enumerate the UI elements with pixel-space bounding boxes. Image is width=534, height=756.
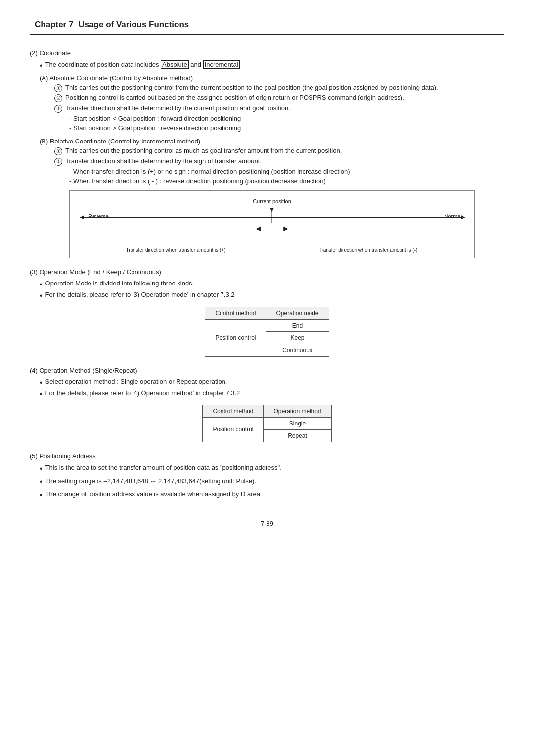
section4-title: (4) Operation Method (Single/Repeat)	[30, 367, 504, 374]
item-a3-text: Transfer direction shall be determined b…	[65, 104, 290, 112]
dash-b1: - When transfer direction is (+) or no s…	[69, 168, 504, 175]
bullet-coordinate-text: The coordinate of position data includes…	[45, 61, 240, 68]
chapter-header: Chapter 7 Usage of Various Functions	[30, 20, 504, 35]
bullet-pos-addr-1-text: This is the area to set the transfer amo…	[45, 464, 282, 471]
operation-mode-table: Control method Operation mode Position c…	[205, 307, 329, 357]
table4-method-single: Single	[264, 417, 331, 429]
transfer-labels: Transfer direction when transfer amount …	[75, 247, 469, 253]
transfer-arrow-right-icon: ►	[282, 224, 290, 233]
operation-method-table-wrapper: Control method Operation method Position…	[30, 405, 504, 442]
table4-col2-header: Operation method	[264, 405, 331, 417]
bullet-pos-addr-2-text: The setting range is –2,147,483,648 ～ 2,…	[45, 477, 256, 486]
bullet-dot-9: •	[40, 490, 43, 500]
bullet-op-mode-2-text: For the details, please refer to '3) Ope…	[45, 291, 235, 298]
section3-title: (3) Operation Mode (End / Keep / Continu…	[30, 268, 504, 276]
normal-label: Normal	[445, 213, 462, 219]
vertical-line	[272, 211, 272, 223]
page: Chapter 7 Usage of Various Functions (2)…	[0, 0, 534, 756]
num-circle-b1: ①	[54, 147, 62, 155]
bullet-op-mode-2: • For the details, please refer to '3) O…	[40, 291, 504, 300]
numbered-item-b1: ① This carries out the positioning contr…	[54, 147, 504, 155]
subsection-a: (A) Absolute Coordinate (Control by Abso…	[40, 74, 504, 132]
incremental-boxed: Incremental	[203, 60, 240, 69]
transfer-arrow-left-icon: ◄	[254, 224, 262, 233]
bullet-op-mode-1-text: Operation Mode is divided into following…	[45, 280, 194, 287]
page-number: 7-89	[30, 520, 504, 527]
operation-mode-table-wrapper: Control method Operation mode Position c…	[30, 307, 504, 357]
bullet-op-method-1: • Select operation method : Single opera…	[40, 378, 504, 387]
section-operation-mode: (3) Operation Mode (End / Keep / Continu…	[30, 268, 504, 356]
bullet-pos-addr-3-text: The change of position address value is …	[45, 490, 260, 498]
current-position-label: Current position	[253, 198, 291, 204]
table-row: Position control End	[205, 319, 329, 331]
bullet-dot-5: •	[40, 378, 43, 387]
bullet-dot-7: •	[40, 464, 43, 473]
chapter-title: Usage of Various Functions	[78, 20, 189, 30]
position-diagram: Current position ▼ ◄ ► Reverse Normal	[69, 190, 475, 258]
section-operation-method: (4) Operation Method (Single/Repeat) • S…	[30, 367, 504, 442]
bullet-dot-3: •	[40, 280, 43, 289]
table3-mode-continuous: Continuous	[266, 344, 329, 356]
table3-position-control: Position control	[205, 319, 266, 356]
num-circle-b2: ②	[54, 158, 62, 166]
bullet-op-mode-1: • Operation Mode is divided into followi…	[40, 280, 504, 289]
numbered-item-a3: ③ Transfer direction shall be determined…	[54, 104, 504, 113]
subsection-b-title: (B) Relative Coordinate (Control by Incr…	[40, 138, 504, 145]
numbered-item-a2: ② Positioning control is carried out bas…	[54, 94, 504, 102]
table4-position-control: Position control	[203, 417, 264, 442]
operation-method-table: Control method Operation method Position…	[202, 405, 331, 442]
bullet-op-method-2: • For the details, please refer to '4) O…	[40, 389, 504, 399]
num-circle-1: ①	[54, 84, 62, 92]
chapter-label: Chapter 7	[35, 20, 73, 30]
dash-a1: - Start position < Goal position : forwa…	[69, 115, 504, 122]
num-circle-2: ②	[54, 94, 62, 102]
table4-col1-header: Control method	[203, 405, 264, 417]
arrow-left-icon: ◄	[79, 213, 85, 221]
dash-b2: - When transfer direction is ( - ) : rev…	[69, 177, 504, 185]
subsection-b: (B) Relative Coordinate (Control by Incr…	[40, 138, 504, 258]
numbered-item-a1: ① This carries out the positioning contr…	[54, 84, 504, 92]
item-a2-text: Positioning control is carried out based…	[65, 94, 404, 101]
bullet-pos-addr-2: • The setting range is –2,147,483,648 ～ …	[40, 477, 504, 486]
transfer-label-minus: Transfer direction when transfer amount …	[272, 247, 464, 253]
table3-col1-header: Control method	[205, 307, 266, 319]
bullet-dot-4: •	[40, 291, 43, 300]
item-b2-text: Transfer direction shall be determined b…	[65, 157, 262, 165]
item-a1-text: This carries out the positioning control…	[65, 84, 438, 91]
section2-title: (2) Coordinate	[30, 49, 504, 57]
section-positioning-address: (5) Positioning Address • This is the ar…	[30, 452, 504, 500]
reverse-label: Reverse	[89, 213, 109, 219]
bullet-op-method-1-text: Select operation method : Single operati…	[45, 378, 227, 385]
transfer-arrows: ◄ ►	[75, 224, 469, 233]
bullet-dot-6: •	[40, 389, 43, 399]
numbered-item-b2: ② Transfer direction shall be determined…	[54, 157, 504, 166]
subsection-a-title: (A) Absolute Coordinate (Control by Abso…	[40, 74, 504, 82]
bullet-dot-1: •	[40, 61, 43, 70]
bullet-coordinate-types: • The coordinate of position data includ…	[40, 61, 504, 70]
bullet-op-method-2-text: For the details, please refer to '4) Ope…	[45, 389, 240, 397]
bullet-pos-addr-1: • This is the area to set the transfer a…	[40, 464, 504, 473]
table3-col2-header: Operation mode	[266, 307, 329, 319]
item-b1-text: This carries out the positioning control…	[65, 147, 342, 154]
bullet-pos-addr-3: • The change of position address value i…	[40, 490, 504, 500]
dash-a2: - Start position > Goal position : rever…	[69, 124, 504, 132]
section-coordinate: (2) Coordinate • The coordinate of posit…	[30, 49, 504, 258]
table4-method-repeat: Repeat	[264, 429, 331, 442]
bullet-dot-8: •	[40, 477, 43, 486]
section5-title: (5) Positioning Address	[30, 452, 504, 460]
table3-mode-keep: Keep	[266, 331, 329, 344]
absolute-boxed: Absolute	[161, 60, 189, 69]
transfer-label-plus: Transfer direction when transfer amount …	[80, 247, 272, 253]
table-row: Position control Single	[203, 417, 331, 429]
num-circle-3: ③	[54, 105, 62, 113]
table3-mode-end: End	[266, 319, 329, 331]
